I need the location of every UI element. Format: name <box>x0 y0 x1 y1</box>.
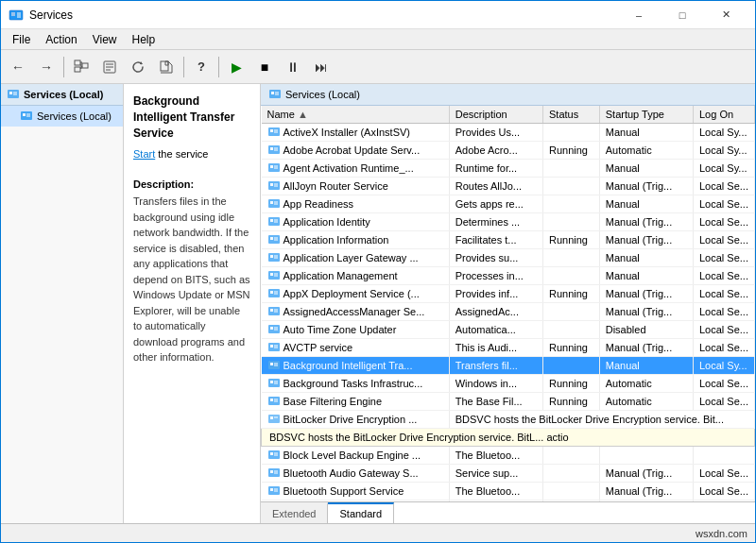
table-row[interactable]: Application Identity Determines ... Manu… <box>262 213 755 231</box>
service-logon-cell: Local Se... <box>693 231 754 249</box>
tree-item-services-local[interactable]: Services (Local) <box>1 106 123 127</box>
maximize-button[interactable]: □ <box>661 1 704 29</box>
service-status-cell <box>543 357 600 375</box>
service-startup-cell: Manual (Trig... <box>599 483 693 501</box>
table-row[interactable]: Bluetooth Audio Gateway S... Service sup… <box>262 465 755 483</box>
svg-rect-97 <box>268 415 280 423</box>
table-row[interactable]: AllJoyn Router Service Routes AllJo... M… <box>262 178 755 195</box>
service-startup-cell: Manual (Trig... <box>599 178 693 195</box>
table-row[interactable]: Block Level Backup Engine ... The Blueto… <box>262 447 755 465</box>
table-row[interactable]: AppX Deployment Service (... Provides in… <box>262 285 755 303</box>
service-name-cell: Adobe Acrobat Update Serv... <box>262 142 450 160</box>
svg-rect-90 <box>270 381 273 383</box>
service-logon-cell: Local Se... <box>693 465 754 483</box>
service-description-cell: Gets apps re... <box>449 195 542 213</box>
service-name-cell: App Readiness <box>262 195 450 213</box>
services-table: Name ▲ Description Status Startup Type L… <box>261 106 755 501</box>
tab-extended[interactable]: Extended <box>261 502 328 523</box>
table-row[interactable]: Application Management Processes in... M… <box>262 267 755 285</box>
service-description-cell: The Bluetoo... <box>449 483 542 501</box>
table-row[interactable]: Base Filtering Engine The Base Fil... Ru… <box>262 393 755 411</box>
services-table-container[interactable]: Name ▲ Description Status Startup Type L… <box>261 106 755 501</box>
service-icon <box>267 144 281 157</box>
menu-file[interactable]: File <box>5 31 38 48</box>
minimize-button[interactable]: – <box>617 1 661 29</box>
col-status[interactable]: Status <box>543 106 600 124</box>
service-icon <box>267 377 281 390</box>
service-icon <box>267 161 281 175</box>
service-name-cell: Application Information <box>262 231 450 249</box>
detail-description-label: Description: <box>133 178 250 190</box>
table-row[interactable]: Application Information Facilitates t...… <box>262 231 755 249</box>
table-row[interactable]: AssignedAccessManager Se... AssignedAc..… <box>262 303 755 321</box>
service-name-cell: Auto Time Zone Updater <box>262 321 450 339</box>
svg-rect-98 <box>270 416 273 419</box>
menu-help[interactable]: Help <box>125 31 163 48</box>
table-row[interactable]: Background Tasks Infrastruc... Windows i… <box>262 375 755 393</box>
help-button[interactable]: ? <box>188 54 215 80</box>
toolbar: ← → <box>1 50 755 84</box>
table-row[interactable]: ActiveX Installer (AxInstSV) Provides Us… <box>262 124 755 142</box>
table-row[interactable]: Bluetooth Support Service The Bluetoo...… <box>262 483 755 501</box>
service-description-cell: Runtime for... <box>449 160 542 178</box>
table-row[interactable]: Background Intelligent Tra... Transfers … <box>262 357 755 375</box>
play-button[interactable]: ▶ <box>223 54 249 80</box>
table-row[interactable]: Auto Time Zone Updater Automatica... Dis… <box>262 321 755 339</box>
col-description[interactable]: Description <box>449 106 542 124</box>
refresh-button[interactable] <box>125 54 151 80</box>
service-name-cell: Background Tasks Infrastruc... <box>262 375 450 393</box>
service-logon-cell: Local Se... <box>693 339 754 357</box>
service-startup-cell: Disabled <box>599 321 693 339</box>
table-row[interactable]: Agent Activation Runtime_... Runtime for… <box>262 160 755 178</box>
service-icon <box>267 287 281 300</box>
restart-button[interactable]: ⏭ <box>308 54 335 80</box>
service-logon-cell: Local Se... <box>693 178 754 195</box>
col-startup[interactable]: Startup Type <box>599 106 693 124</box>
service-name-cell: Block Level Backup Engine ... <box>262 447 450 465</box>
tree-button[interactable] <box>68 54 94 80</box>
svg-rect-82 <box>270 345 273 348</box>
table-row[interactable]: App Readiness Gets apps re... Manual Loc… <box>262 195 755 213</box>
service-status-cell: Running <box>543 142 600 160</box>
close-button[interactable]: ✕ <box>704 1 747 29</box>
svg-rect-94 <box>270 399 273 401</box>
service-logon-cell: Local Se... <box>693 195 754 213</box>
service-startup-cell: Manual <box>599 195 693 213</box>
detail-start-section: Start the service <box>133 148 250 169</box>
service-icon <box>267 179 281 193</box>
service-icon <box>267 269 281 282</box>
tab-standard[interactable]: Standard <box>328 502 394 523</box>
service-icon <box>267 341 281 354</box>
left-panel: Services (Local) Services (Local) <box>1 84 124 523</box>
service-name-cell: ActiveX Installer (AxInstSV) <box>262 124 450 142</box>
start-service-link[interactable]: Start <box>133 148 155 160</box>
service-startup-cell: Automatic <box>599 142 693 160</box>
col-name[interactable]: Name ▲ <box>262 106 450 124</box>
service-description-cell: Provides inf... <box>449 285 542 303</box>
svg-rect-2 <box>11 12 15 16</box>
service-name-cell: Application Management <box>262 267 450 285</box>
service-icon <box>267 395 281 408</box>
service-startup-cell: Manual (Trig... <box>599 465 693 483</box>
service-description-cell: Processes in... <box>449 267 542 285</box>
stop-button[interactable]: ■ <box>251 54 278 80</box>
table-row[interactable]: Application Layer Gateway ... Provides s… <box>262 249 755 267</box>
service-status-cell <box>543 213 600 231</box>
table-row[interactable]: BitLocker Drive Encryption ... BDSVC hos… <box>262 411 755 429</box>
back-button[interactable]: ← <box>5 54 31 80</box>
svg-rect-50 <box>270 201 273 204</box>
menu-view[interactable]: View <box>85 31 125 48</box>
col-logon[interactable]: Log On <box>693 106 754 124</box>
pause-button[interactable]: ⏸ <box>280 54 306 80</box>
menu-bar: File Action View Help <box>1 29 755 50</box>
menu-action[interactable]: Action <box>38 31 84 48</box>
service-name-cell: AVCTP service <box>262 339 450 357</box>
properties-button[interactable] <box>96 54 123 80</box>
table-row[interactable]: AVCTP service This is Audi... Running Ma… <box>262 339 755 357</box>
forward-button[interactable]: → <box>33 54 60 80</box>
svg-rect-58 <box>270 237 273 240</box>
table-row[interactable]: Adobe Acrobat Update Serv... Adobe Acro.… <box>262 142 755 160</box>
export-button[interactable] <box>153 54 180 80</box>
service-description-cell: Windows in... <box>449 375 542 393</box>
status-text: wsxdn.com <box>696 528 747 539</box>
